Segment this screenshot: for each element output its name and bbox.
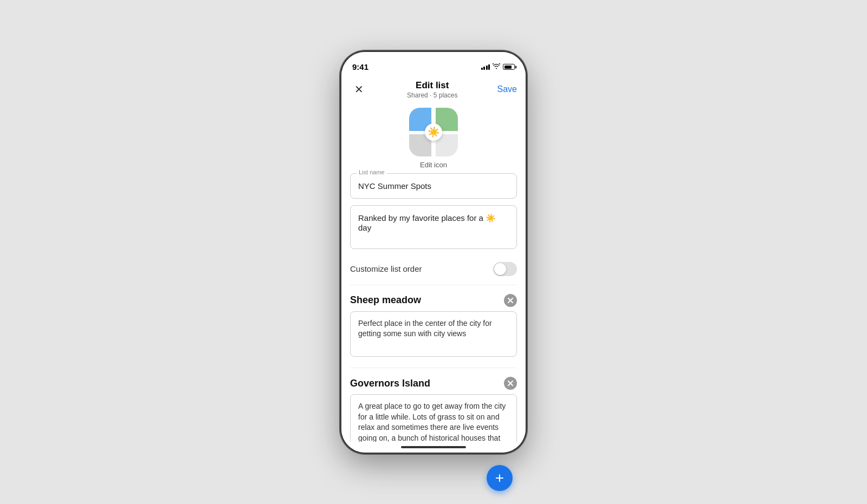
customize-order-toggle[interactable]	[493, 262, 517, 276]
list-icon[interactable]: ☀️	[409, 108, 458, 156]
main-content: ✕ Edit list Shared · 5 places Save ☀️	[341, 76, 526, 442]
description-field-group: Ranked by my favorite places for a ☀️ da…	[350, 205, 517, 251]
place-name-governors-island: Governors Island	[350, 378, 430, 389]
status-icons	[481, 63, 515, 71]
status-bar: 9:41	[341, 52, 526, 76]
list-name-label: List name	[357, 169, 387, 175]
description-input[interactable]: Ranked by my favorite places for a ☀️ da…	[350, 205, 517, 249]
signal-bars-icon	[481, 64, 490, 70]
customize-order-label: Customize list order	[350, 264, 422, 273]
nav-bar: ✕ Edit list Shared · 5 places Save	[341, 76, 526, 101]
save-button[interactable]: Save	[497, 84, 517, 94]
battery-icon	[503, 64, 515, 70]
place-name-sheep-meadow: Sheep meadow	[350, 294, 421, 306]
close-button[interactable]: ✕	[350, 81, 367, 98]
place-item-sheep-meadow: Sheep meadow Perfect place in the center…	[341, 294, 526, 359]
nav-title-group: Edit list Shared · 5 places	[407, 80, 457, 99]
remove-sheep-meadow-button[interactable]	[504, 294, 517, 307]
divider-1	[350, 285, 517, 285]
home-indicator	[341, 442, 526, 453]
icon-area: ☀️ Edit icon	[341, 101, 526, 173]
place-item-governors-island: Governors Island A great place to go to …	[341, 377, 526, 441]
toggle-thumb	[494, 263, 506, 275]
home-bar	[401, 446, 466, 448]
status-time: 9:41	[352, 62, 368, 71]
wifi-icon	[493, 63, 500, 71]
list-name-input[interactable]	[350, 173, 517, 199]
governors-island-note-input[interactable]: A great place to go to get away from the…	[350, 394, 517, 441]
phone-frame: 9:41 ✕	[341, 52, 526, 453]
list-icon-emoji: ☀️	[425, 123, 442, 141]
nav-title: Edit list	[407, 80, 457, 91]
edit-icon-label[interactable]: Edit icon	[420, 161, 447, 169]
nav-subtitle: Shared · 5 places	[407, 91, 457, 99]
divider-2	[350, 368, 517, 368]
remove-governors-island-button[interactable]	[504, 377, 517, 390]
customize-order-row: Customize list order	[341, 258, 526, 285]
x-icon	[508, 298, 513, 303]
list-name-field-group: List name	[350, 173, 517, 199]
x-icon	[508, 381, 513, 386]
sheep-meadow-note-input[interactable]: Perfect place in the center of the city …	[350, 311, 517, 357]
form-section: List name Ranked by my favorite places f…	[341, 173, 526, 251]
